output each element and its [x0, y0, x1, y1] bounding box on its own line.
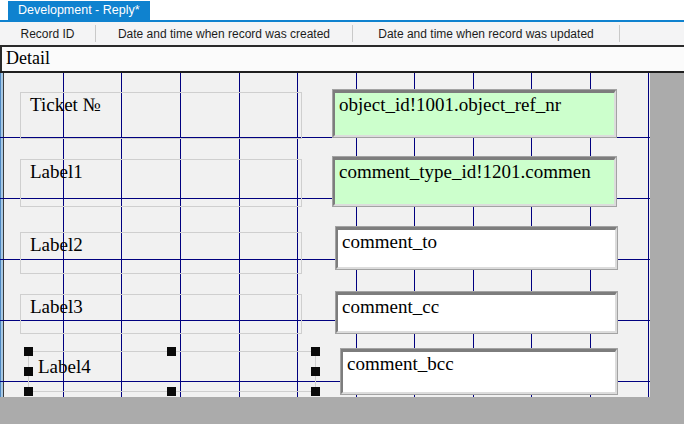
field-comment-bcc[interactable]: comment_bcc: [341, 349, 617, 394]
field-object-ref-nr[interactable]: object_id!1001.object_ref_nr: [333, 90, 616, 137]
detail-band-header[interactable]: Detail: [0, 47, 684, 71]
resize-handle-bottom-center[interactable]: [167, 387, 176, 396]
resize-handle-bottom-right[interactable]: [311, 387, 320, 396]
label-3[interactable]: Label3: [20, 294, 302, 334]
outside-page-area-bottom: [0, 397, 650, 424]
record-column-header-strip: Record ID Date and time when record was …: [0, 22, 684, 45]
resize-handle-mid-right[interactable]: [311, 367, 320, 376]
label-1[interactable]: Label1: [20, 159, 302, 207]
field-comment-to[interactable]: comment_to: [336, 227, 617, 269]
outside-page-area-right: [650, 73, 684, 424]
column-header-record-id[interactable]: Record ID: [0, 27, 95, 41]
resize-handle-top-center[interactable]: [167, 347, 176, 356]
column-header-clipped[interactable]: Date and: [620, 27, 684, 41]
column-header-updated[interactable]: Date and time when record was updated: [353, 27, 619, 41]
resize-handle-top-left[interactable]: [24, 347, 33, 356]
document-tab-bar: Development - Reply*: [0, 0, 684, 20]
tab-development-reply[interactable]: Development - Reply*: [8, 1, 150, 20]
detail-band-title: Detail: [2, 47, 684, 70]
label-4-selected[interactable]: Label4: [28, 351, 316, 392]
resize-handle-bottom-left[interactable]: [24, 387, 33, 396]
resize-handle-top-right[interactable]: [311, 347, 320, 356]
label-2[interactable]: Label2: [20, 232, 302, 274]
resize-handle-mid-left[interactable]: [24, 367, 33, 376]
form-designer-window: Development - Reply* Record ID Date and …: [0, 0, 684, 424]
field-comment-type[interactable]: comment_type_id!1201.commen: [333, 157, 616, 206]
grid-line-vertical: [648, 73, 649, 397]
field-comment-cc[interactable]: comment_cc: [336, 292, 617, 333]
column-header-created[interactable]: Date and time when record was created: [96, 27, 352, 41]
label-ticket-number[interactable]: Ticket №: [20, 92, 302, 139]
surface-left-edge-line: [3, 73, 4, 397]
